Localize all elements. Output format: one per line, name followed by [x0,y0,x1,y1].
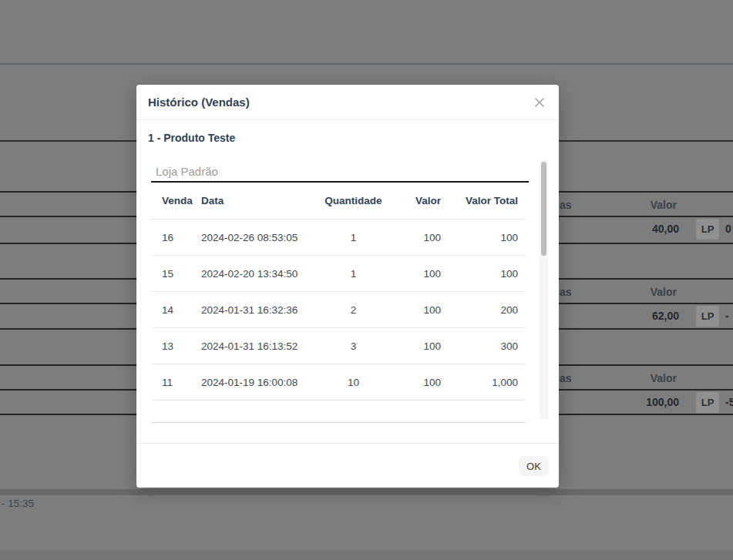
table-row: 16 2024-02-26 08:53:05 1 100 100 [151,220,526,256]
table-row: 15 2024-02-20 13:34:50 1 100 100 [151,256,526,292]
background-unit-badge: LP [696,219,719,240]
cell-venda: 15 [151,268,201,280]
background-valor-header: Valor [651,199,677,211]
cell-venda: 14 [151,304,201,316]
dialog-title: Histórico (Vendas) [148,96,250,109]
product-title: 1 - Produto Teste [148,132,235,144]
table-header-row: Venda Data Quantidade Valor Valor Total [151,183,526,220]
cell-quantidade: 1 [317,268,390,280]
historico-vendas-dialog: Histórico (Vendas) 1 - Produto Teste Loj… [136,85,559,488]
background-vendas-header-fragment: as [560,286,572,298]
cell-venda: 16 [151,232,201,243]
history-table: Venda Data Quantidade Valor Valor Total … [151,183,526,401]
cell-valor: 100 [390,377,441,388]
col-header-quantidade: Quantidade [317,195,390,206]
col-header-venda: Venda [151,195,201,206]
background-timestamp-fragment: - 15:35 [2,498,34,509]
cell-valor: 100 [390,304,441,316]
background-valor-value: 100,00 [646,396,679,408]
scrollbar-track[interactable] [540,159,548,420]
cell-data: 2024-01-31 16:13:52 [201,340,317,352]
background-unit-badge: LP [696,392,719,413]
background-edge-fragment: 0 [725,223,731,235]
close-button[interactable] [530,93,549,112]
background-valor-header: Valor [651,286,677,298]
table-row: 14 2024-01-31 16:32:36 2 100 200 [151,292,526,328]
background-valor-value: 40,00 [652,223,679,235]
scrollbar-thumb[interactable] [541,162,546,256]
cell-data: 2024-01-31 16:32:36 [201,304,317,316]
cell-quantidade: 10 [317,377,390,388]
background-edge-fragment: - [725,310,729,322]
app-screen: as Valor 40,00 LP 0 as Valor 62,00 LP - … [0,0,733,560]
cell-quantidade: 1 [317,232,390,243]
cell-venda: 11 [151,377,201,388]
cell-venda: 13 [151,340,201,352]
cell-quantidade: 2 [317,304,390,316]
col-header-valor: Valor [390,195,441,206]
cell-data: 2024-02-20 13:34:50 [201,268,317,280]
store-group-label: Loja Padrão [156,165,218,178]
table-row: 13 2024-01-31 16:13:52 3 100 300 [151,328,526,364]
background-bottom-bar [0,550,733,560]
cell-data: 2024-01-19 16:00:08 [201,377,317,388]
cell-data: 2024-02-26 08:53:05 [201,232,317,243]
dialog-footer-divider [136,443,559,444]
ok-button[interactable]: OK [519,456,549,476]
cell-valor-total: 200 [441,304,518,316]
background-footer-divider [0,489,733,495]
background-valor-header: Valor [651,372,677,384]
cell-valor-total: 100 [441,268,518,280]
col-header-valor-total: Valor Total [441,195,518,206]
cell-valor: 100 [390,340,441,352]
cell-valor-total: 300 [441,340,518,352]
dialog-header: Histórico (Vendas) [136,85,559,120]
background-unit-badge: LP [696,306,719,327]
table-bottom-line [151,422,526,423]
cell-valor: 100 [390,232,441,243]
close-icon [533,96,546,109]
background-edge-fragment: -5 [725,396,733,408]
background-valor-value: 62,00 [652,310,679,322]
cell-valor-total: 100 [441,232,518,243]
cell-valor-total: 1,000 [441,377,518,388]
col-header-data: Data [201,195,317,206]
background-top-divider [0,63,733,65]
background-vendas-header-fragment: as [560,372,572,384]
table-row: 11 2024-01-19 16:00:08 10 100 1,000 [151,364,526,401]
background-vendas-header-fragment: as [560,199,572,211]
cell-valor: 100 [390,268,441,280]
cell-quantidade: 3 [317,340,390,352]
